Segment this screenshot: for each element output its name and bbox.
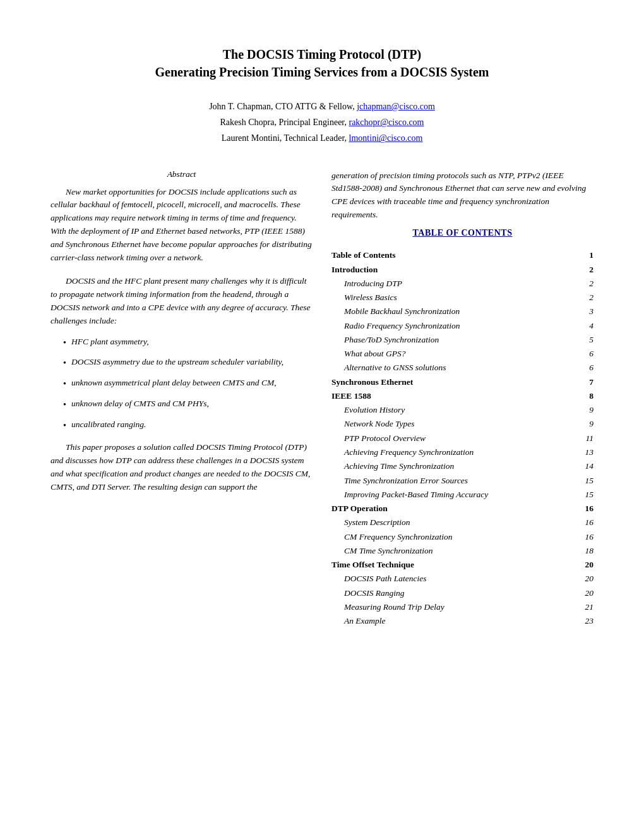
document-title: The DOCSIS Timing Protocol (DTP) Generat… — [51, 45, 593, 81]
toc-label-24: DOCSIS Ranging — [344, 586, 581, 600]
toc-entries: Table of Contents1Introduction2Introduci… — [331, 248, 593, 628]
toc-page-21: 18 — [581, 544, 593, 558]
toc-label-26: An Example — [344, 614, 581, 628]
toc-label-9: Synchronous Ethernet — [331, 375, 581, 389]
challenges-list: HFC plant asymmetry, DOCSIS asymmetry du… — [51, 335, 313, 432]
toc-page-15: 14 — [581, 459, 593, 473]
author-1-email[interactable]: jchapman@cisco.com — [357, 102, 435, 111]
toc-label-21: CM Time Synchronization — [344, 544, 581, 558]
toc-label-12: Network Node Types — [344, 417, 581, 431]
toc-page-6: 5 — [581, 333, 593, 347]
toc-entry-2: Introducing DTP2 — [331, 277, 593, 291]
toc-page-8: 6 — [581, 361, 593, 375]
toc-entry-15: Achieving Time Synchronization14 — [331, 459, 593, 473]
author-2-email[interactable]: rakchopr@cisco.com — [349, 118, 424, 127]
toc-page-24: 20 — [581, 586, 593, 600]
toc-entry-22: Time Offset Technique20 — [331, 558, 593, 572]
toc-label-8: Alternative to GNSS solutions — [344, 361, 581, 375]
toc-page-14: 13 — [581, 445, 593, 459]
toc-entry-12: Network Node Types9 — [331, 417, 593, 431]
toc-entry-23: DOCSIS Path Latencies20 — [331, 572, 593, 586]
toc-page-17: 15 — [581, 488, 593, 502]
toc-entry-6: Phase/ToD Synchronization5 — [331, 333, 593, 347]
toc-entry-25: Measuring Round Trip Delay21 — [331, 600, 593, 614]
toc-label-3: Wireless Basics — [344, 291, 581, 305]
toc-entry-19: System Description16 — [331, 516, 593, 529]
toc-label-25: Measuring Round Trip Delay — [344, 600, 581, 614]
toc-entry-18: DTP Operation16 — [331, 502, 593, 516]
toc-label-13: PTP Protocol Overview — [344, 432, 581, 445]
toc-label-20: CM Frequency Synchronization — [344, 530, 581, 544]
toc-label-23: DOCSIS Path Latencies — [344, 572, 581, 586]
abstract-para1: New market opportunities for DOCSIS incl… — [51, 186, 313, 265]
toc-label-2: Introducing DTP — [344, 277, 581, 291]
toc-page-2: 2 — [581, 277, 593, 291]
toc-entry-8: Alternative to GNSS solutions6 — [331, 361, 593, 375]
right-column: generation of precision timing protocols… — [331, 169, 593, 629]
toc-label-17: Improving Packet-Based Timing Accuracy — [344, 488, 581, 502]
toc-page-0: 1 — [581, 248, 593, 262]
toc-page-25: 21 — [581, 600, 593, 614]
toc-label-15: Achieving Time Synchronization — [344, 459, 581, 473]
toc-entry-4: Mobile Backhaul Synchronization3 — [331, 305, 593, 318]
toc-page-18: 16 — [581, 502, 593, 516]
toc-entry-3: Wireless Basics2 — [331, 291, 593, 305]
table-of-contents: TABLE OF CONTENTS Table of Contents1Intr… — [331, 228, 593, 628]
toc-entry-21: CM Time Synchronization18 — [331, 544, 593, 558]
authors-section: John T. Chapman, CTO ATTG & Fellow, jcha… — [51, 99, 593, 147]
toc-page-26: 23 — [581, 614, 593, 628]
author-1: John T. Chapman, CTO ATTG & Fellow, jcha… — [51, 99, 593, 114]
toc-page-13: 11 — [581, 432, 593, 445]
toc-label-16: Time Synchronization Error Sources — [344, 474, 581, 488]
toc-label-22: Time Offset Technique — [331, 558, 581, 572]
title-line1: The DOCSIS Timing Protocol (DTP) — [51, 45, 593, 63]
toc-label-19: System Description — [344, 516, 581, 529]
left-column: Abstract New market opportunities for DO… — [51, 169, 313, 629]
document-page: The DOCSIS Timing Protocol (DTP) Generat… — [0, 0, 644, 834]
author-2: Rakesh Chopra, Principal Engineer, rakch… — [51, 114, 593, 130]
bullet-item-5: uncalibrated ranging. — [63, 418, 313, 433]
toc-entry-20: CM Frequency Synchronization16 — [331, 530, 593, 544]
toc-page-16: 15 — [581, 474, 593, 488]
toc-label-7: What about GPS? — [344, 347, 581, 361]
toc-entry-24: DOCSIS Ranging20 — [331, 586, 593, 600]
toc-entry-10: IEEE 15888 — [331, 389, 593, 403]
toc-page-10: 8 — [581, 389, 593, 403]
toc-page-3: 2 — [581, 291, 593, 305]
two-column-layout: Abstract New market opportunities for DO… — [51, 169, 593, 629]
toc-page-1: 2 — [581, 263, 593, 277]
abstract-para2: DOCSIS and the HFC plant present many ch… — [51, 275, 313, 328]
toc-label-0: Table of Contents — [331, 248, 581, 262]
toc-page-19: 16 — [581, 516, 593, 529]
toc-entry-26: An Example23 — [331, 614, 593, 628]
bullet-item-4: unknown delay of CMTS and CM PHYs, — [63, 397, 313, 412]
toc-label-11: Evolution History — [344, 403, 581, 417]
toc-label-1: Introduction — [331, 263, 581, 277]
toc-entry-16: Time Synchronization Error Sources15 — [331, 474, 593, 488]
toc-page-9: 7 — [581, 375, 593, 389]
toc-page-11: 9 — [581, 403, 593, 417]
toc-page-22: 20 — [581, 558, 593, 572]
toc-entry-1: Introduction2 — [331, 263, 593, 277]
toc-page-4: 3 — [581, 305, 593, 318]
toc-label-5: Radio Frequency Synchronization — [344, 319, 581, 333]
toc-entry-17: Improving Packet-Based Timing Accuracy15 — [331, 488, 593, 502]
toc-entry-0: Table of Contents1 — [331, 248, 593, 262]
toc-entry-14: Achieving Frequency Synchronization13 — [331, 445, 593, 459]
toc-entry-11: Evolution History9 — [331, 403, 593, 417]
abstract-title: Abstract — [51, 169, 313, 179]
title-line2: Generating Precision Timing Services fro… — [51, 63, 593, 81]
toc-label-14: Achieving Frequency Synchronization — [344, 445, 581, 459]
author-3: Laurent Montini, Technical Leader, lmont… — [51, 130, 593, 146]
solution-text: This paper proposes a solution called DO… — [51, 441, 313, 494]
toc-page-5: 4 — [581, 319, 593, 333]
toc-entry-5: Radio Frequency Synchronization4 — [331, 319, 593, 333]
toc-label-4: Mobile Backhaul Synchronization — [344, 305, 581, 318]
toc-entry-13: PTP Protocol Overview11 — [331, 432, 593, 445]
toc-page-23: 20 — [581, 572, 593, 586]
bullet-item-2: DOCSIS asymmetry due to the upstream sch… — [63, 356, 313, 370]
author-3-email[interactable]: lmontini@cisco.com — [349, 133, 423, 143]
bullet-item-3: unknown asymmetrical plant delay between… — [63, 377, 313, 391]
right-col-text: generation of precision timing protocols… — [331, 169, 593, 222]
toc-page-20: 16 — [581, 530, 593, 544]
